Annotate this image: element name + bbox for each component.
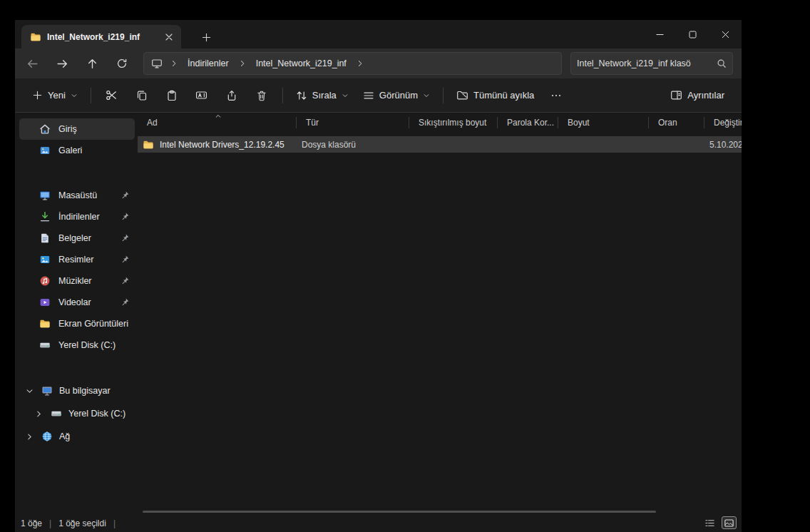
search-icon[interactable] bbox=[717, 58, 727, 68]
explorer-tab[interactable]: Intel_Network_i219_inf bbox=[21, 25, 181, 48]
chevron-down-icon bbox=[423, 92, 430, 99]
tab-close-icon[interactable] bbox=[161, 29, 177, 45]
cut-button[interactable] bbox=[98, 83, 125, 108]
more-options-button[interactable] bbox=[543, 83, 570, 108]
sidebar-label: Yerel Disk (C:) bbox=[68, 409, 125, 419]
column-header-name[interactable]: Ad bbox=[138, 113, 297, 133]
sort-button-label: Sırala bbox=[312, 90, 337, 101]
close-button[interactable] bbox=[709, 20, 742, 48]
column-label: Parola Kor... bbox=[507, 118, 554, 128]
up-button[interactable] bbox=[79, 52, 105, 75]
pictures-icon bbox=[39, 254, 51, 265]
view-icon bbox=[363, 90, 374, 101]
maximize-button[interactable] bbox=[676, 20, 709, 48]
tab-bar: Intel_Network_i219_inf bbox=[15, 20, 742, 48]
details-pane-button[interactable]: Ayrıntılar bbox=[663, 83, 732, 108]
chevron-right-icon bbox=[353, 59, 367, 68]
this-pc-icon bbox=[41, 385, 53, 397]
sidebar-item-home[interactable]: Giriş bbox=[19, 118, 135, 140]
sidebar-label: İndirilenler bbox=[58, 212, 100, 222]
column-label: Tür bbox=[306, 118, 319, 128]
extract-all-label: Tümünü ayıkla bbox=[473, 90, 534, 101]
pin-icon bbox=[121, 276, 130, 285]
forward-button[interactable] bbox=[49, 52, 75, 75]
sidebar-item-documents[interactable]: Belgeler bbox=[19, 227, 135, 249]
status-separator: | bbox=[113, 518, 116, 528]
thumbnail-view-button[interactable] bbox=[722, 516, 737, 529]
delete-button[interactable] bbox=[248, 83, 275, 108]
view-button[interactable]: Görünüm bbox=[356, 83, 437, 108]
column-label: Boyut bbox=[568, 118, 590, 128]
sidebar-item-music[interactable]: Müzikler bbox=[19, 270, 135, 292]
column-header-type[interactable]: Tür bbox=[297, 113, 409, 133]
new-button-label: Yeni bbox=[48, 90, 66, 101]
chevron-right-icon[interactable] bbox=[33, 410, 44, 418]
file-modified-date: 5.10.202 bbox=[709, 140, 742, 150]
sort-button[interactable]: Sırala bbox=[289, 83, 356, 108]
share-button[interactable] bbox=[218, 83, 245, 108]
drive-icon bbox=[39, 339, 51, 351]
sidebar-label: Ağ bbox=[59, 431, 70, 441]
chevron-down-icon[interactable] bbox=[24, 387, 35, 395]
extract-all-button[interactable]: Tümünü ayıkla bbox=[449, 83, 541, 108]
sidebar-item-local-disk-tree[interactable]: Yerel Disk (C:) bbox=[19, 402, 135, 425]
search-input[interactable] bbox=[577, 58, 717, 68]
column-header-password[interactable]: Parola Kor... bbox=[498, 113, 558, 133]
back-button[interactable] bbox=[19, 52, 45, 75]
home-icon bbox=[39, 123, 51, 135]
sidebar-item-this-pc[interactable]: Bu bilgisayar bbox=[19, 379, 135, 402]
toolbar-separator bbox=[282, 88, 283, 103]
refresh-button[interactable] bbox=[109, 52, 135, 75]
command-bar: Yeni Sırala Görünüm bbox=[15, 78, 742, 113]
horizontal-scrollbar[interactable] bbox=[143, 511, 656, 513]
chevron-right-icon bbox=[167, 59, 181, 68]
file-modified-cell: 5.10.202 bbox=[709, 136, 742, 153]
toolbar-separator bbox=[91, 88, 91, 103]
network-icon bbox=[41, 431, 53, 442]
sidebar-label: Resimler bbox=[58, 255, 93, 265]
pin-icon bbox=[121, 190, 130, 200]
breadcrumb[interactable]: İndirilenler Intel_Network_i219_inf bbox=[143, 52, 562, 75]
details-pane-label: Ayrıntılar bbox=[687, 90, 724, 101]
downloads-icon bbox=[39, 211, 51, 222]
details-pane-icon bbox=[670, 89, 682, 101]
view-toggles bbox=[702, 516, 737, 529]
sidebar-item-network[interactable]: Ağ bbox=[19, 425, 135, 448]
sidebar-item-screenshots[interactable]: Ekran Görüntüleri bbox=[19, 313, 135, 334]
sidebar-item-local-disk[interactable]: Yerel Disk (C:) bbox=[19, 334, 135, 356]
sidebar-item-gallery[interactable]: Galeri bbox=[19, 140, 135, 161]
pin-icon bbox=[121, 297, 130, 307]
column-label: Oran bbox=[658, 118, 677, 128]
file-row-selected[interactable]: Intel Network Drivers_12.19.2.45 Dosya k… bbox=[138, 136, 742, 153]
sidebar-item-videos[interactable]: Videolar bbox=[19, 292, 135, 313]
column-label: Sıkıştırılmış boyut bbox=[419, 118, 486, 128]
sidebar-label: Yerel Disk (C:) bbox=[58, 340, 116, 350]
column-header-modified[interactable]: Değiştir bbox=[704, 113, 742, 133]
new-tab-button[interactable] bbox=[196, 27, 216, 47]
sidebar-label: Müzikler bbox=[58, 276, 92, 286]
rename-button[interactable] bbox=[188, 83, 215, 108]
column-header-size[interactable]: Boyut bbox=[558, 113, 649, 133]
paste-button[interactable] bbox=[158, 83, 185, 108]
search-box[interactable] bbox=[570, 52, 733, 75]
chevron-down-icon bbox=[342, 92, 349, 99]
chevron-right-icon[interactable] bbox=[24, 433, 35, 441]
breadcrumb-item-downloads[interactable]: İndirilenler bbox=[183, 56, 234, 71]
view-button-label: Görünüm bbox=[379, 90, 418, 101]
details-view-button[interactable] bbox=[702, 516, 717, 529]
pin-icon bbox=[121, 212, 130, 221]
minimize-button[interactable] bbox=[643, 20, 676, 48]
sidebar-item-desktop[interactable]: Masaüstü bbox=[19, 185, 135, 206]
file-name-cell: Intel Network Drivers_12.19.2.45 bbox=[143, 136, 284, 153]
new-button[interactable]: Yeni bbox=[25, 83, 85, 108]
breadcrumb-item-current[interactable]: Intel_Network_i219_inf bbox=[251, 56, 352, 71]
copy-button[interactable] bbox=[128, 83, 155, 108]
file-type-cell: Dosya klasörü bbox=[302, 136, 356, 153]
column-header-ratio[interactable]: Oran bbox=[649, 113, 704, 133]
sidebar-item-downloads[interactable]: İndirilenler bbox=[19, 206, 135, 227]
column-header-compressed-size[interactable]: Sıkıştırılmış boyut bbox=[409, 113, 498, 133]
chevron-right-icon bbox=[235, 59, 250, 68]
sidebar-item-pictures[interactable]: Resimler bbox=[19, 249, 135, 270]
column-label: Ad bbox=[147, 118, 158, 128]
file-explorer-window: Intel_Network_i219_inf bbox=[15, 20, 742, 532]
